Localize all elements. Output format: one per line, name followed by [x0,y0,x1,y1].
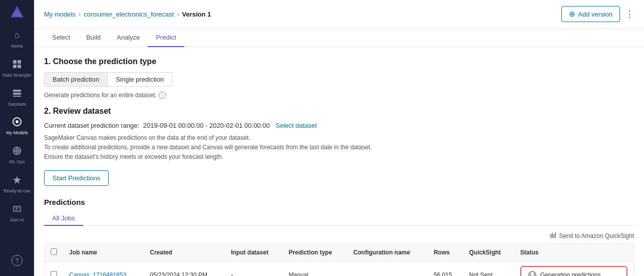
svg-rect-7 [13,93,21,95]
svg-rect-21 [553,234,554,238]
sidebar-item-datasets[interactable]: Datasets [0,82,34,111]
send-to-quicksight-button[interactable]: Send to Amazon QuickSight [550,232,634,240]
quicksight-icon [550,232,557,240]
desc-line1: SageMaker Canvas makes predictions on th… [44,133,634,143]
sidebar-item-home-label: Home [11,44,23,49]
svg-rect-3 [18,60,21,64]
row-checkbox[interactable] [51,271,57,276]
add-version-label: Add version [578,11,612,18]
predictions-title: Predictions [44,198,634,206]
ready-to-use-icon [10,173,24,187]
cell-created: 05/23/2024 12:30 PM [144,261,225,276]
select-all-header [45,244,63,261]
svg-rect-16 [14,206,21,211]
single-prediction-button[interactable]: Single prediction [107,73,172,86]
tab-analyze[interactable]: Analyze [109,29,148,47]
cell-configuration-name [348,261,428,276]
dataset-range: Current dataset prediction range: 2019-0… [44,122,634,129]
plus-circle-icon: ⊕ [569,10,575,19]
sidebar-item-data-wrangler[interactable]: Data Wrangler [0,53,34,82]
range-prefix: Current dataset prediction range: [44,122,139,129]
svg-rect-6 [13,90,21,92]
col-configuration-name: Configuration name [348,244,428,261]
col-input-dataset: Input dataset [225,244,282,261]
data-wrangler-icon [10,57,24,71]
quicksight-label: Send to Amazon QuickSight [559,232,634,239]
header-actions: ⊕ Add version ⋮ [561,6,634,22]
desc-line2: To create additional predictions, provid… [44,143,634,152]
app-logo [0,0,34,24]
step2-section: 2. Review dataset Current dataset predic… [44,107,634,198]
more-options-icon[interactable]: ⋮ [625,9,634,20]
sidebar-bottom: ? [0,251,34,276]
add-version-button[interactable]: ⊕ Add version [561,6,620,22]
predictions-table-wrap: Job name Created Input dataset Predictio… [44,243,634,276]
cell-status: Generating predictions. [514,261,633,276]
sidebar-item-datasets-label: Datasets [8,102,26,107]
col-job-name: Job name [63,244,144,261]
page-content: 1. Choose the prediction type Batch pred… [34,47,644,276]
select-all-checkbox[interactable] [51,248,57,255]
svg-rect-19 [550,234,551,238]
table-row: Canvas_1716481853 05/23/2024 12:30 PM - … [45,261,633,276]
page-tabs: Select Build Analyze Predict [34,29,644,47]
table-header-row: Job name Created Input dataset Predictio… [45,244,633,261]
row-checkbox-cell [45,261,63,276]
tab-all-jobs[interactable]: All Jobs [44,211,83,226]
step1-section: 1. Choose the prediction type Batch pred… [44,57,634,99]
sidebar-item-gen-ai[interactable]: Gen AI [0,198,34,227]
dataset-description: SageMaker Canvas makes predictions on th… [44,133,634,162]
predictions-section: Predictions All Jobs Send to Amazon Quic… [44,198,634,276]
sidebar-item-gen-ai-label: Gen AI [10,217,24,223]
batch-prediction-button[interactable]: Batch prediction [45,73,107,86]
prediction-info: Generate predictions for an entire datas… [44,92,634,99]
my-models-icon [10,115,24,129]
predictions-table: Job name Created Input dataset Predictio… [45,244,633,276]
datasets-icon [10,86,24,100]
svg-rect-22 [555,232,556,238]
breadcrumb-forecast[interactable]: consumer_electronics_forecast [84,11,174,18]
ml-ops-icon [10,144,24,158]
sidebar-item-ml-ops[interactable]: ML Ops [0,140,34,169]
cell-quicksight: Not Sent [463,261,514,276]
cell-rows: 56,015 [428,261,463,276]
tab-select[interactable]: Select [44,29,78,47]
main-content: My models › consumer_electronics_forecas… [34,0,644,276]
sidebar-item-ready-to-use-label: Ready-to-use [4,188,31,194]
col-prediction-type: Prediction type [282,244,347,261]
sidebar-item-ml-ops-label: ML Ops [9,159,25,165]
status-highlight-box: Generating predictions. [520,266,627,276]
info-text-label: Generate predictions for an entire datas… [44,92,157,99]
prediction-type-group: Batch prediction Single prediction [44,72,172,87]
breadcrumb: My models › consumer_electronics_forecas… [44,11,211,18]
step2-title: 2. Review dataset [44,107,634,116]
sidebar-item-home[interactable]: ⌂ Home [0,24,34,53]
start-predictions-button[interactable]: Start Predictions [44,170,109,186]
desc-line3: Ensure the dataset's history meets or ex… [44,152,634,162]
sidebar-item-data-wrangler-label: Data Wrangler [3,73,32,78]
job-name-link[interactable]: Canvas_1716481853 [69,271,126,276]
sidebar-item-help[interactable]: ? [0,251,34,270]
tab-predict[interactable]: Predict [148,29,184,47]
breadcrumb-my-models[interactable]: My models [44,11,76,18]
svg-point-10 [16,120,19,123]
tab-build[interactable]: Build [78,29,109,47]
cell-input-dataset: - [225,261,282,276]
info-icon: i [159,92,166,99]
breadcrumb-sep-1: › [79,11,81,18]
cell-job-name: Canvas_1716481853 [63,261,144,276]
home-icon: ⌂ [10,28,24,42]
col-status: Status [514,244,633,261]
svg-rect-20 [552,233,553,238]
sidebar-item-ready-to-use[interactable]: Ready-to-use [0,169,34,198]
quicksight-bar: Send to Amazon QuickSight [44,232,634,240]
sidebar: ⌂ Home Data Wrangler Datasets [0,0,34,276]
svg-rect-2 [13,60,17,64]
gen-ai-icon [10,202,24,216]
jobs-tabs: All Jobs [44,211,634,226]
select-dataset-link[interactable]: Select dataset [275,122,316,129]
col-created: Created [144,244,225,261]
status-spinner-icon [528,271,536,276]
breadcrumb-sep-2: › [177,11,179,18]
sidebar-item-my-models[interactable]: My Models [0,111,34,140]
